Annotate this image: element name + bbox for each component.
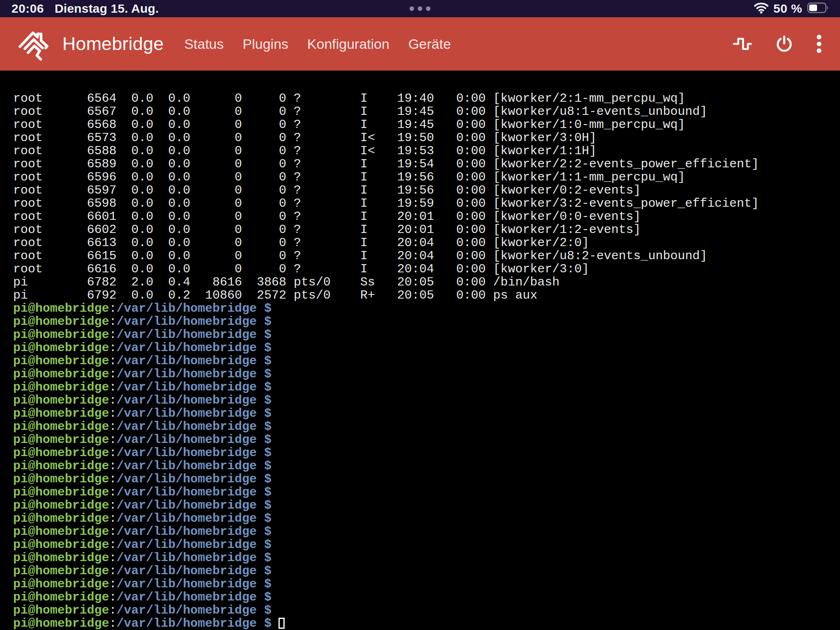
nav-konfiguration[interactable]: Konfiguration: [307, 36, 389, 52]
terminal-ps-line: root 6573 0.0 0.0 0 0 ? I< 19:50 0:00 [k…: [13, 131, 840, 144]
prompt-path: /var/lib/homebridge $: [116, 367, 272, 381]
prompt-path: /var/lib/homebridge $: [116, 328, 272, 342]
prompt-path: /var/lib/homebridge $: [116, 485, 272, 499]
handle-dot: [410, 7, 414, 11]
prompt-user-host: pi@homebridge: [13, 301, 109, 315]
prompt-user-host: pi@homebridge: [13, 341, 109, 355]
prompt-user-host: pi@homebridge: [13, 564, 109, 578]
prompt-separator: :: [109, 315, 116, 329]
prompt-user-host: pi@homebridge: [13, 551, 109, 565]
prompt-separator: :: [109, 406, 116, 420]
prompt-separator: :: [109, 538, 116, 552]
terminal-prompt-line: pi@homebridge:/var/lib/homebridge $: [13, 472, 840, 486]
prompt-user-host: pi@homebridge: [13, 590, 109, 604]
prompt-path: /var/lib/homebridge $: [116, 354, 272, 368]
prompt-path: /var/lib/homebridge $: [116, 315, 272, 329]
prompt-user-host: pi@homebridge: [13, 380, 109, 394]
app-title: Homebridge: [62, 33, 164, 55]
terminal-prompt-line: pi@homebridge:/var/lib/homebridge $: [13, 604, 840, 617]
prompt-separator: :: [109, 590, 116, 604]
terminal-prompt-line: pi@homebridge:/var/lib/homebridge $: [13, 551, 840, 564]
prompt-separator: :: [109, 551, 116, 565]
prompt-user-host: pi@homebridge: [13, 498, 109, 512]
nav-status[interactable]: Status: [184, 36, 224, 52]
prompt-path: /var/lib/homebridge $: [116, 525, 272, 539]
terminal-ps-line: pi 6782 2.0 0.4 8616 3868 pts/0 Ss 20:05…: [13, 276, 840, 289]
status-clock: 20:06: [11, 2, 44, 16]
terminal-prompt-line: pi@homebridge:/var/lib/homebridge $: [13, 538, 840, 551]
prompt-path: /var/lib/homebridge $: [116, 511, 272, 525]
nav-geraete[interactable]: Geräte: [408, 36, 451, 52]
activity-pulse-icon[interactable]: [733, 36, 752, 52]
terminal-prompt-line: pi@homebridge:/var/lib/homebridge $: [13, 315, 840, 328]
terminal-prompt-line: pi@homebridge:/var/lib/homebridge $: [13, 381, 840, 394]
terminal-ps-line: root 6588 0.0 0.0 0 0 ? I< 19:53 0:00 [k…: [13, 144, 840, 158]
terminal-ps-line: root 6568 0.0 0.0 0 0 ? I 19:45 0:00 [kw…: [13, 118, 840, 131]
nav-plugins[interactable]: Plugins: [243, 36, 289, 52]
wifi-icon: [754, 2, 769, 15]
prompt-separator: :: [109, 564, 116, 578]
multitasking-handle[interactable]: [410, 7, 431, 11]
prompt-user-host: pi@homebridge: [13, 315, 109, 329]
ios-status-bar: 20:06 Dienstag 15. Aug. 50 %: [0, 0, 840, 17]
prompt-path: /var/lib/homebridge $: [116, 577, 272, 591]
prompt-user-host: pi@homebridge: [13, 472, 109, 486]
terminal-prompt-line: pi@homebridge:/var/lib/homebridge $: [13, 394, 840, 407]
prompt-separator: :: [109, 354, 116, 368]
prompt-separator: :: [109, 420, 116, 434]
terminal-prompt-line: pi@homebridge:/var/lib/homebridge $: [13, 407, 840, 420]
prompt-path: /var/lib/homebridge $: [116, 616, 272, 630]
prompt-path: /var/lib/homebridge $: [116, 472, 272, 486]
prompt-user-host: pi@homebridge: [13, 459, 109, 473]
power-icon[interactable]: [775, 35, 793, 53]
battery-percentage: 50 %: [774, 2, 802, 16]
prompt-user-host: pi@homebridge: [13, 616, 109, 630]
terminal-prompt-line: pi@homebridge:/var/lib/homebridge $: [13, 617, 840, 630]
prompt-separator: :: [109, 498, 116, 512]
terminal-ps-line: root 6602 0.0 0.0 0 0 ? I 20:01 0:00 [kw…: [13, 223, 840, 236]
terminal-cursor: [278, 618, 285, 629]
terminal-prompt-line: pi@homebridge:/var/lib/homebridge $: [13, 446, 840, 459]
brand[interactable]: Homebridge: [16, 25, 164, 62]
prompt-path: /var/lib/homebridge $: [116, 380, 272, 394]
prompt-user-host: pi@homebridge: [13, 511, 109, 525]
terminal-prompt-line: pi@homebridge:/var/lib/homebridge $: [13, 302, 840, 315]
terminal-prompt-line: pi@homebridge:/var/lib/homebridge $: [13, 420, 840, 433]
prompt-user-host: pi@homebridge: [13, 577, 109, 591]
prompt-path: /var/lib/homebridge $: [116, 341, 272, 355]
prompt-separator: :: [109, 616, 116, 630]
prompt-user-host: pi@homebridge: [13, 367, 109, 381]
terminal-prompt-line: pi@homebridge:/var/lib/homebridge $: [13, 328, 840, 341]
prompt-path: /var/lib/homebridge $: [116, 538, 272, 552]
prompt-path: /var/lib/homebridge $: [116, 498, 272, 512]
terminal-output[interactable]: root 6564 0.0 0.0 0 0 ? I 19:40 0:00 [kw…: [0, 71, 840, 630]
prompt-path: /var/lib/homebridge $: [116, 551, 272, 565]
prompt-separator: :: [109, 433, 116, 447]
terminal-prompt-line: pi@homebridge:/var/lib/homebridge $: [13, 578, 840, 591]
prompt-path: /var/lib/homebridge $: [116, 590, 272, 604]
prompt-separator: :: [109, 446, 116, 460]
overflow-menu-icon[interactable]: [816, 34, 822, 53]
terminal-prompt-line: pi@homebridge:/var/lib/homebridge $: [13, 591, 840, 604]
prompt-user-host: pi@homebridge: [13, 420, 109, 434]
prompt-user-host: pi@homebridge: [13, 354, 109, 368]
terminal-ps-line: root 6596 0.0 0.0 0 0 ? I 19:56 0:00 [kw…: [13, 171, 840, 184]
terminal-ps-line: root 6589 0.0 0.0 0 0 ? I 19:54 0:00 [kw…: [13, 158, 840, 171]
prompt-path: /var/lib/homebridge $: [116, 446, 272, 460]
terminal-ps-line: root 6601 0.0 0.0 0 0 ? I 20:01 0:00 [kw…: [13, 210, 840, 223]
prompt-separator: :: [109, 485, 116, 499]
prompt-path: /var/lib/homebridge $: [116, 564, 272, 578]
prompt-separator: :: [109, 525, 116, 539]
prompt-user-host: pi@homebridge: [13, 538, 109, 552]
prompt-user-host: pi@homebridge: [13, 446, 109, 460]
app-header: Homebridge Status Plugins Konfiguration …: [0, 17, 840, 71]
terminal-prompt-line: pi@homebridge:/var/lib/homebridge $: [13, 354, 840, 368]
homebridge-logo-icon: [16, 25, 52, 62]
prompt-separator: :: [109, 577, 116, 591]
prompt-separator: :: [109, 328, 116, 342]
battery-icon: [807, 2, 829, 15]
main-nav: Status Plugins Konfiguration Geräte: [184, 36, 451, 52]
terminal-prompt-line: pi@homebridge:/var/lib/homebridge $: [13, 341, 840, 354]
terminal-prompt-line: pi@homebridge:/var/lib/homebridge $: [13, 368, 840, 381]
prompt-separator: :: [109, 472, 116, 486]
